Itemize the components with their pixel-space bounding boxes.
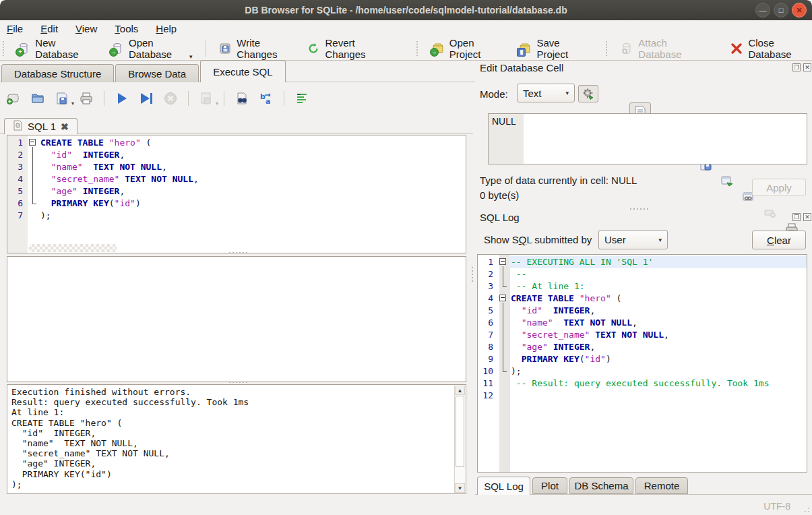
code-line: 3 "name" TEXT NOT NULL, (7, 161, 466, 173)
dock-tab-plot[interactable]: Plot (532, 477, 567, 494)
menu-edit[interactable]: Edit (40, 23, 58, 34)
app-window: DB Browser for SQLite - /home/user/code/… (0, 0, 812, 515)
title-bar[interactable]: DB Browser for SQLite - /home/user/code/… (0, 0, 812, 20)
close-dock-icon[interactable]: ✕ (803, 213, 811, 221)
chevron-down-icon: ▾ (658, 237, 662, 243)
splitter-handle[interactable] (229, 382, 247, 383)
results-scrollbar[interactable]: ▲ ▼ (454, 386, 465, 493)
tab-database-structure[interactable]: Database Structure (1, 64, 114, 82)
close-button[interactable]: ✕ (792, 3, 807, 18)
find-icon[interactable] (234, 90, 250, 107)
dock-tab-sql-log[interactable]: SQL Log (477, 477, 530, 495)
scrollbar-thumb[interactable] (456, 396, 464, 467)
code-line: 10); (478, 365, 807, 377)
write-changes-icon (218, 42, 232, 55)
save-project-button[interactable]: ▮ Save Project (511, 34, 588, 63)
dock-splitter-handle[interactable] (630, 208, 648, 210)
auto-switch-mode-button[interactable] (578, 85, 598, 102)
code-line: 7); (7, 210, 466, 222)
svg-text:b: b (260, 92, 266, 101)
code-line: 11 -- Result: query executed successfull… (478, 377, 807, 390)
splitter-handle[interactable] (229, 252, 247, 253)
edit-cell-dock-title: Edit Database Cell (480, 62, 563, 73)
sql-document-icon (13, 120, 23, 133)
clear-log-button[interactable]: Clear (752, 231, 806, 249)
code-line: 6 "name" TEXT NOT NULL, (478, 317, 807, 329)
menu-view[interactable]: View (75, 23, 97, 34)
code-line: 8 "age" INTEGER, (478, 341, 807, 353)
mode-label: Mode: (480, 88, 508, 100)
open-project-icon: → (431, 42, 445, 55)
close-database-button[interactable]: Close Database (723, 34, 812, 63)
float-dock-icon[interactable]: ❐ (792, 63, 801, 71)
cell-type-info: Type of data currently in cell: NULL (480, 175, 637, 186)
attach-database-icon (620, 42, 633, 55)
sql-log-filter-select[interactable]: User ▾ (598, 230, 668, 249)
sql-log-view[interactable]: 1-- EXECUTING ALL IN 'SQL 1'2 --3 -- At … (477, 254, 807, 473)
new-database-icon: + (17, 42, 30, 55)
main-toolbar: + New Database → Open Database ▾ Write C… (0, 36, 812, 61)
sql-editor[interactable]: 1CREATE TABLE "hero" (2 "id" INTEGER,3 "… (7, 135, 466, 253)
code-line: 12 (478, 390, 807, 402)
menu-file[interactable]: File (7, 23, 23, 34)
toolbar-drag-handle[interactable] (416, 41, 420, 56)
mode-select[interactable]: Text ▾ (517, 84, 575, 102)
format-sql-icon[interactable] (294, 90, 310, 107)
scroll-down-icon[interactable]: ▼ (455, 483, 465, 493)
set-null-icon (761, 205, 779, 221)
cell-value-editor[interactable]: NULL (488, 113, 807, 164)
apply-button: Apply (752, 179, 806, 196)
code-line: 2 -- (478, 268, 807, 280)
menu-tools[interactable]: Tools (115, 23, 138, 34)
close-sql-tab-icon[interactable]: ✖ (61, 121, 69, 132)
open-project-button[interactable]: → Open Project (425, 34, 503, 63)
cell-value: NULL (492, 116, 516, 127)
tab-browse-data[interactable]: Browse Data (115, 64, 199, 82)
attach-database-button: Attach Database (613, 34, 704, 63)
stop-icon (162, 90, 179, 107)
save-sql-file-icon[interactable]: ▾ (54, 90, 70, 107)
toolbar-drag-handle[interactable] (3, 41, 6, 56)
execute-line-icon[interactable] (138, 90, 154, 107)
code-line: 4 "secret_name" TEXT NOT NULL, (7, 173, 466, 185)
close-dock-icon[interactable]: ✕ (803, 63, 811, 71)
menu-help[interactable]: Help (156, 23, 177, 34)
code-line: 1CREATE TABLE "hero" ( (7, 137, 466, 149)
save-sql-dropdown-icon[interactable]: ▾ (71, 100, 74, 107)
new-database-button[interactable]: + New Database (10, 34, 94, 63)
sql-file-tab[interactable]: SQL 1 ✖ (4, 118, 77, 134)
code-line: 3 -- At line 1: (478, 280, 807, 293)
save-results-icon: ▾ (198, 90, 214, 107)
execute-all-icon[interactable] (114, 90, 130, 107)
tab-execute-sql[interactable]: Execute SQL (200, 60, 285, 82)
minimize-button[interactable]: — (755, 3, 770, 18)
svg-text:a: a (266, 97, 270, 106)
find-replace-icon[interactable]: ba (258, 90, 274, 107)
scroll-up-icon[interactable]: ▲ (455, 386, 465, 395)
dock-tab-remote[interactable]: Remote (635, 477, 688, 494)
open-in-external-icon[interactable] (718, 173, 736, 189)
float-dock-icon[interactable]: ❐ (792, 213, 801, 221)
code-line: 9 PRIMARY KEY("id") (478, 353, 807, 365)
revert-changes-button[interactable]: Revert Changes (300, 34, 389, 63)
open-database-button[interactable]: → Open Database ▾ (104, 34, 199, 63)
execution-results-text: Execution finished without errors. Resul… (7, 385, 466, 491)
dock-tab-db-schema[interactable]: DB Schema (569, 477, 633, 494)
open-database-dropdown-icon[interactable]: ▾ (189, 53, 193, 60)
toolbar-drag-handle[interactable] (606, 41, 609, 56)
vertical-splitter-handle[interactable] (472, 267, 473, 282)
resize-grip[interactable] (801, 504, 809, 512)
results-grid-pane[interactable] (7, 256, 466, 382)
sql-tab-bar: SQL 1 ✖ (3, 118, 473, 134)
write-changes-button[interactable]: Write Changes (212, 34, 296, 63)
execution-results-pane[interactable]: Execution finished without errors. Resul… (7, 384, 466, 494)
save-project-icon: ▮ (518, 42, 532, 55)
open-sql-file-icon[interactable] (30, 90, 46, 107)
print-icon[interactable] (78, 90, 94, 107)
cell-size-info: 0 byte(s) (480, 189, 519, 201)
new-sql-tab-icon[interactable] (5, 90, 22, 107)
main-tab-bar: Database Structure Browse Data Execute S… (1, 60, 475, 82)
maximize-button[interactable]: □ (774, 3, 788, 18)
code-line: 6 PRIMARY KEY("id") (7, 198, 466, 210)
code-line: 2 "id" INTEGER, (7, 149, 466, 161)
